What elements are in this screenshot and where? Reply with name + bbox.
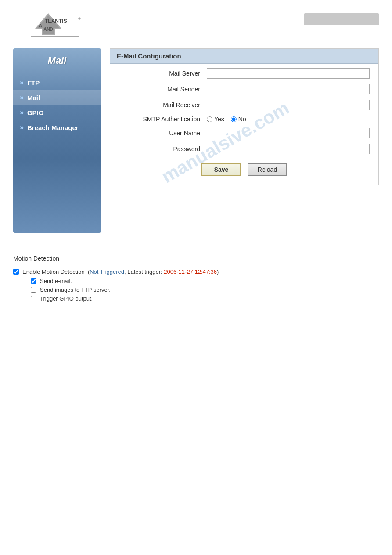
logo-area: A TLANTIS ® AND <box>13 9 83 40</box>
user-name-row: User Name <box>119 128 370 138</box>
send-email-row: Send e-mail. <box>31 278 379 284</box>
bullet-icon: » <box>20 109 24 116</box>
trigger-gpio-checkbox[interactable] <box>31 296 36 301</box>
smtp-no-radio[interactable] <box>231 116 237 122</box>
send-email-label: Send e-mail. <box>40 278 72 284</box>
send-ftp-row: Send images to FTP server. <box>31 287 379 293</box>
form-body: Mail Server Mail Sender Mail Receiver SM… <box>110 64 378 185</box>
sidebar-item-mail[interactable]: » Mail <box>13 90 101 105</box>
mail-receiver-input[interactable] <box>207 100 370 110</box>
email-config-panel: E-Mail Configuration Mail Server Mail Se… <box>110 48 379 185</box>
motion-status-suffix: ) <box>217 268 219 275</box>
svg-text:TLANTIS: TLANTIS <box>45 18 67 24</box>
password-row: Password <box>119 144 370 154</box>
mail-server-label: Mail Server <box>119 70 207 77</box>
smtp-radio-group: Yes No <box>207 116 246 123</box>
sidebar: Mail » FTP » Mail » GPIO » Breach Manage… <box>13 48 101 233</box>
send-ftp-label: Send images to FTP server. <box>40 287 111 293</box>
motion-status-comma: , Latest trigger: <box>124 268 162 275</box>
sidebar-item-label: GPIO <box>27 109 44 116</box>
trigger-gpio-row: Trigger GPIO output. <box>31 295 379 302</box>
atlantis-logo: A TLANTIS ® AND <box>13 9 83 40</box>
sidebar-item-gpio[interactable]: » GPIO <box>13 105 101 120</box>
smtp-auth-row: SMTP Authentication Yes No <box>119 116 370 123</box>
mail-receiver-row: Mail Receiver <box>119 100 370 110</box>
sidebar-item-label: Breach Manager <box>27 124 79 131</box>
motion-detection-section: Motion Detection Enable Motion Detection… <box>0 246 392 313</box>
bullet-icon: » <box>20 123 24 131</box>
user-name-input[interactable] <box>207 128 370 138</box>
form-area: E-Mail Configuration Mail Server Mail Se… <box>110 48 379 233</box>
mail-sender-label: Mail Sender <box>119 86 207 93</box>
mail-sender-input[interactable] <box>207 84 370 94</box>
send-ftp-checkbox[interactable] <box>31 287 36 293</box>
smtp-yes-radio[interactable] <box>207 116 212 122</box>
form-header: E-Mail Configuration <box>110 49 378 64</box>
enable-motion-row: Enable Motion Detection ( Not Triggered … <box>13 268 379 275</box>
mail-receiver-label: Mail Receiver <box>119 102 207 109</box>
bullet-icon: » <box>20 79 24 87</box>
smtp-auth-label: SMTP Authentication <box>119 116 207 123</box>
mail-sender-row: Mail Sender <box>119 84 370 94</box>
sidebar-item-breach-manager[interactable]: » Breach Manager <box>13 120 101 135</box>
main-content: Mail » FTP » Mail » GPIO » Breach Manage… <box>0 44 392 237</box>
button-row: Save Reload <box>119 163 370 176</box>
sidebar-item-label: FTP <box>27 79 40 87</box>
enable-motion-checkbox[interactable] <box>13 269 19 275</box>
svg-text:®: ® <box>78 17 81 21</box>
trigger-time: 2006-11-27 12:47:36 <box>164 268 217 275</box>
mail-server-input[interactable] <box>207 68 370 79</box>
sidebar-title: Mail <box>13 55 101 66</box>
motion-sub-rows: Send e-mail. Send images to FTP server. … <box>13 278 379 302</box>
svg-text:AND: AND <box>43 27 53 32</box>
mail-server-row: Mail Server <box>119 68 370 79</box>
smtp-no-option[interactable]: No <box>231 116 246 123</box>
svg-text:A: A <box>39 23 42 28</box>
smtp-yes-label: Yes <box>214 116 224 123</box>
smtp-yes-option[interactable]: Yes <box>207 116 224 123</box>
user-name-label: User Name <box>119 130 207 137</box>
enable-motion-label: Enable Motion Detection <box>22 268 85 275</box>
header: A TLANTIS ® AND <box>0 0 392 44</box>
password-input[interactable] <box>207 144 370 154</box>
not-triggered-status: Not Triggered <box>90 268 124 275</box>
sidebar-item-label: Mail <box>27 94 40 102</box>
sidebar-item-ftp[interactable]: » FTP <box>13 75 101 90</box>
save-button[interactable]: Save <box>201 163 241 176</box>
password-label: Password <box>119 145 207 152</box>
header-banner <box>304 13 379 25</box>
send-email-checkbox[interactable] <box>31 278 36 284</box>
reload-button[interactable]: Reload <box>248 163 287 176</box>
smtp-no-label: No <box>238 116 246 123</box>
bullet-icon: » <box>20 94 24 102</box>
motion-detection-header: Motion Detection <box>13 255 379 264</box>
trigger-gpio-label: Trigger GPIO output. <box>40 295 93 302</box>
